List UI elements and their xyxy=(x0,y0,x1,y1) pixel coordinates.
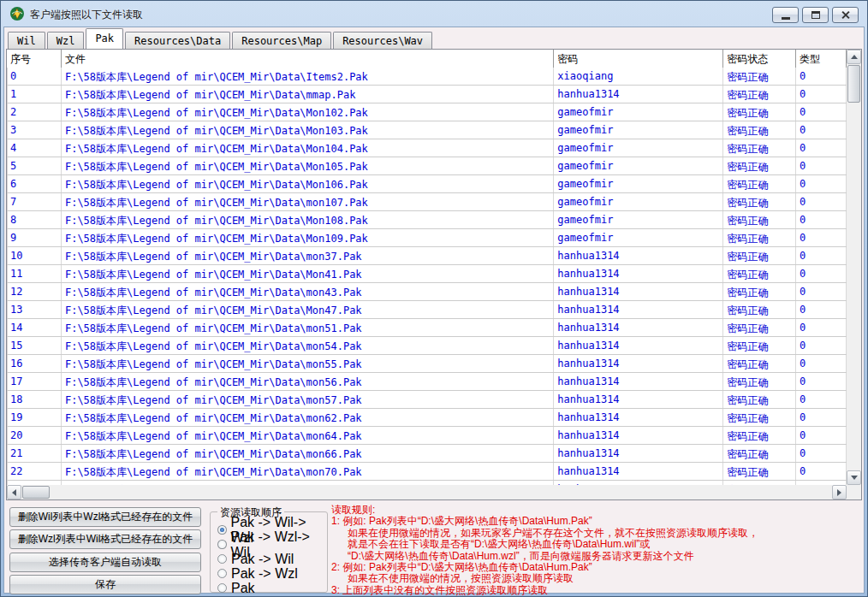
cell-index: 12 xyxy=(7,283,62,300)
table-row[interactable]: 0F:\58版本库\Legend of mir\QCEM_Mir\Data\It… xyxy=(7,68,847,86)
cell-index: 2 xyxy=(7,103,62,121)
cell-password-text: hanhua1314 xyxy=(557,447,619,459)
bottom-panel: 删除Wil列表中Wzl格式已经存在的文件删除Wzl列表中Wil格式已经存在的文件… xyxy=(4,502,864,593)
action-button-2[interactable]: 选择传奇客户端自动读取 xyxy=(9,553,201,572)
cell-index: 9 xyxy=(7,229,62,246)
cell-password: hanhua1314 xyxy=(554,373,723,390)
cell-index-text: 22 xyxy=(10,465,22,477)
tab-pak[interactable]: Pak xyxy=(86,28,123,49)
window-title: 客户端按照以下文件读取 xyxy=(30,8,143,22)
table-row[interactable]: 1F:\58版本库\Legend of mir\QCEM_Mir\Data\mm… xyxy=(7,86,847,103)
table-row[interactable]: 10F:\58版本库\Legend of mir\QCEM_Mir\Data\m… xyxy=(7,247,847,265)
minimize-icon xyxy=(782,17,790,20)
table-row[interactable]: 15F:\58版本库\Legend of mir\QCEM_Mir\Data\m… xyxy=(7,337,847,355)
table-row[interactable]: 16F:\58版本库\Legend of mir\QCEM_Mir\Data\m… xyxy=(7,355,847,373)
cell-status-text: 密码正确 xyxy=(727,161,768,173)
cell-file-text: F:\58版本库\Legend of mir\QCEM_Mir\Data\Mon… xyxy=(65,233,368,245)
cell-file-text: F:\58版本库\Legend of mir\QCEM_Mir\Data\mon… xyxy=(65,251,362,263)
table-row[interactable]: 7F:\58版本库\Legend of mir\QCEM_Mir\Data\mo… xyxy=(7,193,847,211)
scroll-down-button[interactable] xyxy=(847,470,861,485)
tab-resources-wav[interactable]: Resources\Wav xyxy=(333,32,432,49)
radio-icon xyxy=(217,525,227,535)
column-header-label: 密码状态 xyxy=(727,53,768,65)
vertical-scrollbar[interactable] xyxy=(847,50,861,485)
cell-type: 0 xyxy=(796,121,847,139)
tab-resources-map[interactable]: Resources\Map xyxy=(232,32,331,49)
rule-line: 1: 例如: Pak列表中“D:\盛大网络\热血传奇\Data\Hum.Pak” xyxy=(331,516,862,527)
table-row[interactable]: 18F:\58版本库\Legend of mir\QCEM_Mir\Data\m… xyxy=(7,391,847,409)
action-button-3[interactable]: 保存 xyxy=(9,575,201,594)
table-row[interactable]: 22F:\58版本库\Legend of mir\QCEM_Mir\Data\m… xyxy=(7,463,847,481)
action-button-label: 删除Wil列表中Wzl格式已经存在的文件 xyxy=(18,511,193,523)
cell-type-text: 0 xyxy=(800,375,806,387)
app-icon xyxy=(9,6,25,21)
tab-label: Resources\Map xyxy=(241,35,322,47)
title-bar[interactable]: 客户端按照以下文件读取 xyxy=(1,1,867,27)
rule-line: 2: 例如: Pak列表中“D:\盛大网络\热血传奇\Data\Hum.Pak” xyxy=(331,562,862,573)
table-row[interactable]: 17F:\58版本库\Legend of mir\QCEM_Mir\Data\m… xyxy=(7,373,847,391)
column-header-2[interactable]: 密码 xyxy=(554,50,723,68)
scroll-right-button[interactable] xyxy=(832,485,847,499)
column-header-0[interactable]: 序号 xyxy=(7,50,62,68)
radio-icon xyxy=(217,540,227,549)
scroll-up-button[interactable] xyxy=(847,50,861,64)
cell-status: 密码正确 xyxy=(723,229,796,246)
table-row[interactable]: 13F:\58版本库\Legend of mir\QCEM_Mir\Data\M… xyxy=(7,301,847,319)
action-button-1[interactable]: 删除Wzl列表中Wil格式已经存在的文件 xyxy=(9,529,201,549)
cell-password: gameofmir xyxy=(554,211,723,228)
cell-index-text: 9 xyxy=(10,232,16,244)
table-row[interactable]: 9F:\58版本库\Legend of mir\QCEM_Mir\Data\Mo… xyxy=(7,229,847,247)
cell-status-text: 密码正确 xyxy=(727,179,768,191)
tab-label: Resources\Wav xyxy=(342,35,423,47)
table-row[interactable]: 19F:\58版本库\Legend of mir\QCEM_Mir\Data\m… xyxy=(7,409,847,427)
cell-password-text: gameofmir xyxy=(557,142,613,154)
cell-file: F:\58版本库\Legend of mir\QCEM_Mir\Data\mon… xyxy=(62,355,554,372)
table-row[interactable]: 6F:\58版本库\Legend of mir\QCEM_Mir\Data\Mo… xyxy=(7,175,847,193)
column-header-4[interactable]: 类型 xyxy=(796,50,847,68)
table-row[interactable]: 12F:\58版本库\Legend of mir\QCEM_Mir\Data\m… xyxy=(7,283,847,301)
column-header-1[interactable]: 文件 xyxy=(62,50,554,68)
cell-password-text: hanhua1314 xyxy=(557,429,619,441)
table-row[interactable]: 5F:\58版本库\Legend of mir\QCEM_Mir\Data\Mo… xyxy=(7,157,847,175)
close-button[interactable] xyxy=(832,7,859,23)
radio-icon xyxy=(217,554,227,564)
scroll-left-button[interactable] xyxy=(7,485,21,499)
cell-password-text: hanhua1314 xyxy=(557,465,619,477)
table-row[interactable]: 20F:\58版本库\Legend of mir\QCEM_Mir\Data\m… xyxy=(7,427,847,445)
cell-file-text: F:\58版本库\Legend of mir\QCEM_Mir\Data\Mon… xyxy=(65,269,362,281)
cell-type-text: 0 xyxy=(800,88,806,100)
column-header-3[interactable]: 密码状态 xyxy=(723,50,796,68)
minimize-button[interactable] xyxy=(772,7,799,23)
horizontal-scrollbar[interactable] xyxy=(7,485,847,499)
cell-file: F:\58版本库\Legend of mir\QCEM_Mir\Data\Mon… xyxy=(62,103,554,121)
cell-type: 0 xyxy=(796,157,847,174)
radio-option-3[interactable]: Pak -> Wzl xyxy=(217,566,327,581)
cell-status-text: 密码正确 xyxy=(727,340,768,352)
tab-wil[interactable]: Wil xyxy=(8,32,45,49)
table-row[interactable]: 8F:\58版本库\Legend of mir\QCEM_Mir\Data\Mo… xyxy=(7,211,847,229)
table-row[interactable]: 21F:\58版本库\Legend of mir\QCEM_Mir\Data\m… xyxy=(7,445,847,463)
cell-type: 0 xyxy=(796,68,847,85)
table-row[interactable]: 14F:\58版本库\Legend of mir\QCEM_Mir\Data\m… xyxy=(7,319,847,337)
vertical-scroll-thumb[interactable] xyxy=(847,65,860,103)
action-button-0[interactable]: 删除Wil列表中Wzl格式已经存在的文件 xyxy=(9,507,201,527)
cell-index-text: 4 xyxy=(10,142,16,154)
cell-type-text: 0 xyxy=(800,232,806,244)
cell-index-text: 18 xyxy=(10,393,22,405)
cell-status-text: 密码正确 xyxy=(727,448,768,460)
maximize-button[interactable] xyxy=(802,7,829,23)
radio-option-1[interactable]: Pak -> Wzl-> Wil xyxy=(217,537,327,552)
cell-password: gameofmir xyxy=(554,193,723,210)
radio-option-4[interactable]: Pak xyxy=(217,581,327,595)
cell-file-text: F:\58版本库\Legend of mir\QCEM_Mir\Data\Mon… xyxy=(65,215,368,227)
table-row[interactable]: 2F:\58版本库\Legend of mir\QCEM_Mir\Data\Mo… xyxy=(7,103,847,121)
horizontal-scroll-thumb[interactable] xyxy=(22,486,50,499)
cell-status-text: 密码正确 xyxy=(727,358,768,370)
tab-resources-data[interactable]: Resources\Data xyxy=(125,32,230,49)
table-row[interactable]: 11F:\58版本库\Legend of mir\QCEM_Mir\Data\M… xyxy=(7,265,847,283)
cell-file: F:\58版本库\Legend of mir\QCEM_Mir\Data\mon… xyxy=(62,247,554,264)
cell-status: 密码正确 xyxy=(723,157,796,174)
tab-wzl[interactable]: Wzl xyxy=(47,32,85,49)
table-row[interactable]: 4F:\58版本库\Legend of mir\QCEM_Mir\Data\Mo… xyxy=(7,139,847,157)
table-row[interactable]: 3F:\58版本库\Legend of mir\QCEM_Mir\Data\Mo… xyxy=(7,121,847,139)
